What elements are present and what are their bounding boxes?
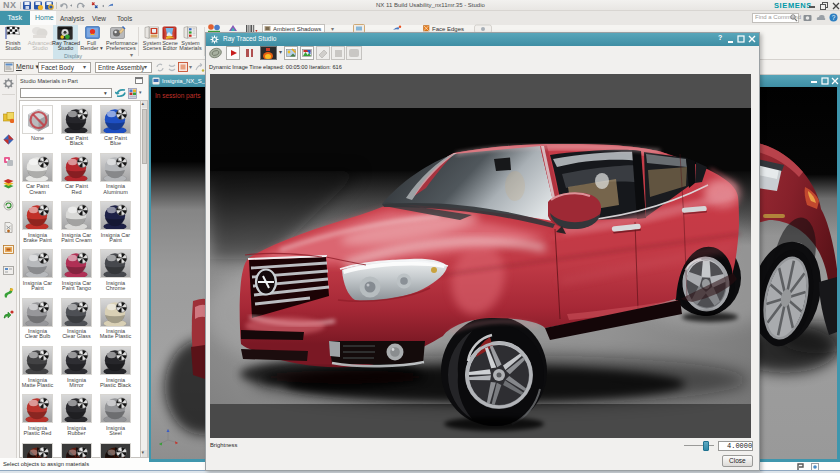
svg-text:In session parts: In session parts <box>155 92 201 100</box>
svg-text:▾: ▾ <box>189 64 192 70</box>
svg-text:?: ? <box>832 14 836 21</box>
svg-text:Ambient Shadows: Ambient Shadows <box>273 25 321 31</box>
svg-text:Face Edges: Face Edges <box>432 25 464 31</box>
svg-text:▾: ▾ <box>331 25 334 31</box>
